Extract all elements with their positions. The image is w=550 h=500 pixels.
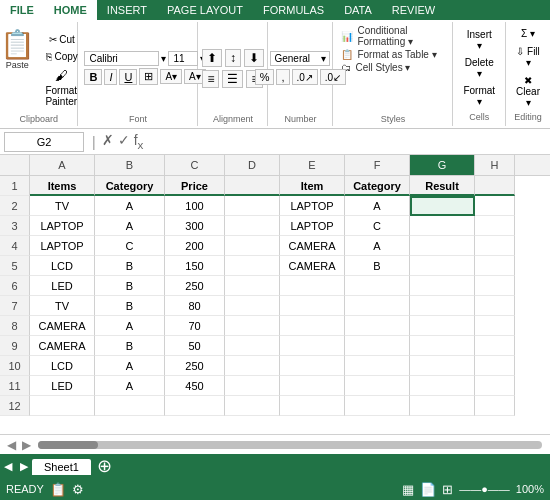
row-header-12[interactable]: 12	[0, 396, 30, 416]
scroll-right-icon[interactable]: ▶	[19, 438, 34, 452]
view-normal-icon[interactable]: ▦	[402, 482, 414, 497]
tab-review[interactable]: REVIEW	[382, 0, 445, 20]
row-header-10[interactable]: 10	[0, 356, 30, 376]
underline-button[interactable]: U	[119, 69, 137, 85]
cell-g1[interactable]: Result	[410, 176, 475, 196]
cell-c5[interactable]: 150	[165, 256, 225, 276]
row-header-3[interactable]: 3	[0, 216, 30, 236]
add-sheet-button[interactable]: ⊕	[91, 455, 118, 477]
cell-g5[interactable]	[410, 256, 475, 276]
name-box[interactable]	[4, 132, 84, 152]
cell-a4[interactable]: LAPTOP	[30, 236, 95, 256]
tab-formulas[interactable]: FORMULAS	[253, 0, 334, 20]
tab-pagelayout[interactable]: PAGE LAYOUT	[157, 0, 253, 20]
cell-h1[interactable]	[475, 176, 515, 196]
cell-h3[interactable]	[475, 216, 515, 236]
cell-h2[interactable]	[475, 196, 515, 216]
row-header-9[interactable]: 9	[0, 336, 30, 356]
row-header-11[interactable]: 11	[0, 376, 30, 396]
copy-button[interactable]: ⎘ Copy	[41, 49, 82, 64]
col-header-g[interactable]: G	[410, 155, 475, 175]
cell-f12[interactable]	[345, 396, 410, 416]
cell-b7[interactable]: B	[95, 296, 165, 316]
cell-b9[interactable]: B	[95, 336, 165, 356]
cell-d2[interactable]	[225, 196, 280, 216]
cell-e4[interactable]: CAMERA	[280, 236, 345, 256]
autosum-button[interactable]: Σ ▾	[517, 26, 539, 41]
tab-insert[interactable]: INSERT	[97, 0, 157, 20]
row-header-1[interactable]: 1	[0, 176, 30, 196]
cell-g12[interactable]	[410, 396, 475, 416]
cancel-formula-icon[interactable]: ✗	[102, 132, 114, 151]
cell-f6[interactable]	[345, 276, 410, 296]
align-middle-button[interactable]: ↕	[225, 49, 241, 67]
cell-g7[interactable]	[410, 296, 475, 316]
row-header-7[interactable]: 7	[0, 296, 30, 316]
cell-d9[interactable]	[225, 336, 280, 356]
cell-c3[interactable]: 300	[165, 216, 225, 236]
cell-g10[interactable]	[410, 356, 475, 376]
view-layout-icon[interactable]: 📄	[420, 482, 436, 497]
cell-d10[interactable]	[225, 356, 280, 376]
cell-d12[interactable]	[225, 396, 280, 416]
cell-g3[interactable]	[410, 216, 475, 236]
cell-a6[interactable]: LED	[30, 276, 95, 296]
cell-f11[interactable]	[345, 376, 410, 396]
cell-b8[interactable]: A	[95, 316, 165, 336]
format-painter-button[interactable]: 🖌 Format Painter	[41, 66, 82, 109]
col-header-c[interactable]: C	[165, 155, 225, 175]
cell-h5[interactable]	[475, 256, 515, 276]
bold-button[interactable]: B	[84, 69, 102, 85]
zoom-slider[interactable]: ——●——	[459, 483, 510, 495]
increase-decimal-button[interactable]: .0↗	[292, 69, 318, 85]
conditional-formatting-button[interactable]: 📊 Conditional Formatting ▾	[339, 24, 446, 48]
cell-d8[interactable]	[225, 316, 280, 336]
cell-c9[interactable]: 50	[165, 336, 225, 356]
number-format-dropdown[interactable]: ▾	[321, 53, 326, 64]
cell-e1[interactable]: Item	[280, 176, 345, 196]
cell-f1[interactable]: Category	[345, 176, 410, 196]
cell-e2[interactable]: LAPTOP	[280, 196, 345, 216]
cell-f2[interactable]: A	[345, 196, 410, 216]
hscrollbar-track[interactable]	[38, 441, 542, 449]
col-header-b[interactable]: B	[95, 155, 165, 175]
cell-f7[interactable]	[345, 296, 410, 316]
cell-c8[interactable]: 70	[165, 316, 225, 336]
cell-d4[interactable]	[225, 236, 280, 256]
cell-g4[interactable]	[410, 236, 475, 256]
row-header-2[interactable]: 2	[0, 196, 30, 216]
row-header-6[interactable]: 6	[0, 276, 30, 296]
cell-a3[interactable]: LAPTOP	[30, 216, 95, 236]
cell-a1[interactable]: Items	[30, 176, 95, 196]
cell-g11[interactable]	[410, 376, 475, 396]
cell-e5[interactable]: CAMERA	[280, 256, 345, 276]
cell-d6[interactable]	[225, 276, 280, 296]
cell-c10[interactable]: 250	[165, 356, 225, 376]
delete-button[interactable]: Delete ▾	[459, 55, 499, 81]
cell-d7[interactable]	[225, 296, 280, 316]
decrease-decimal-button[interactable]: .0↙	[320, 69, 346, 85]
tab-data[interactable]: DATA	[334, 0, 382, 20]
cell-b1[interactable]: Category	[95, 176, 165, 196]
cell-h6[interactable]	[475, 276, 515, 296]
cell-a5[interactable]: LCD	[30, 256, 95, 276]
cell-g9[interactable]	[410, 336, 475, 356]
cell-e12[interactable]	[280, 396, 345, 416]
confirm-formula-icon[interactable]: ✓	[118, 132, 130, 151]
cell-c2[interactable]: 100	[165, 196, 225, 216]
cell-g2[interactable]	[410, 196, 475, 216]
row-header-8[interactable]: 8	[0, 316, 30, 336]
cell-f8[interactable]	[345, 316, 410, 336]
cell-d3[interactable]	[225, 216, 280, 236]
cell-e6[interactable]	[280, 276, 345, 296]
insert-function-icon[interactable]: fx	[134, 132, 144, 151]
cell-g6[interactable]	[410, 276, 475, 296]
cell-d5[interactable]	[225, 256, 280, 276]
cell-a11[interactable]: LED	[30, 376, 95, 396]
cell-c1[interactable]: Price	[165, 176, 225, 196]
cell-e11[interactable]	[280, 376, 345, 396]
font-name-input[interactable]	[84, 51, 159, 66]
percent-button[interactable]: %	[255, 69, 275, 85]
cell-c11[interactable]: 450	[165, 376, 225, 396]
cell-d1[interactable]	[225, 176, 280, 196]
